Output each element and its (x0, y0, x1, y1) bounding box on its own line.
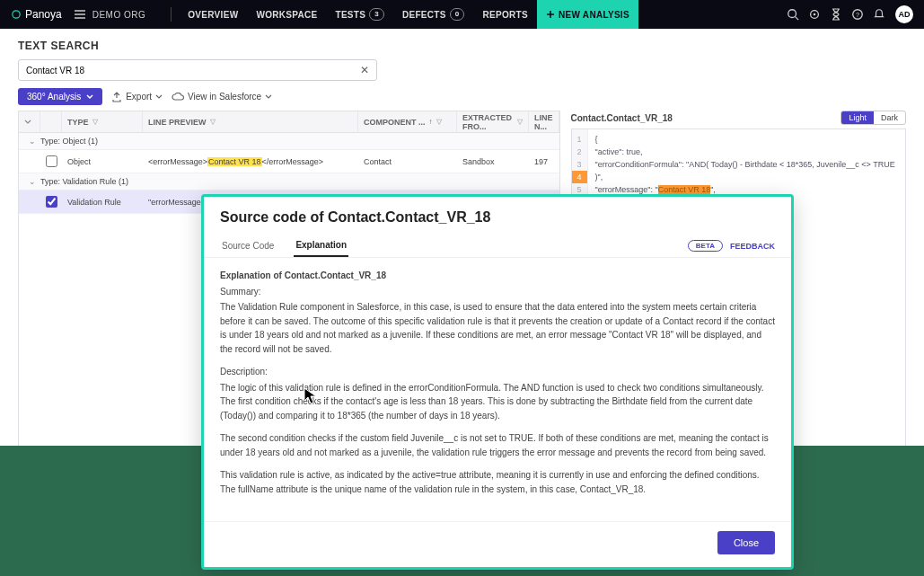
search-icon[interactable] (782, 4, 804, 25)
brand-logo[interactable]: Panoya (11, 8, 62, 21)
chevron-down-icon: ⌄ (24, 177, 40, 186)
description-p3: This validation rule is active, as indic… (220, 468, 775, 496)
description-p1: The logic of this validation rule is def… (220, 381, 775, 423)
avatar[interactable]: AD (895, 5, 913, 23)
cell-type: Validation Rule (62, 198, 143, 207)
gear-icon[interactable] (804, 4, 825, 25)
filter-icon[interactable]: ▽ (92, 118, 98, 126)
cell-component: Contact (358, 157, 457, 166)
explanation-heading: Explanation of Contact.Contact_VR_18 (220, 269, 775, 283)
expand-all-toggle[interactable] (19, 111, 40, 132)
toolbar: 360° Analysis Export View in Salesforce (0, 88, 924, 111)
group-row[interactable]: ⌄Type: Object (1) (19, 133, 559, 150)
beta-badge: BETA (688, 240, 723, 252)
summary-text: The Validation Rule component in Salesfo… (220, 300, 775, 356)
cell-linenum: 197 (529, 157, 559, 166)
theme-light-button[interactable]: Light (841, 111, 874, 124)
modal-title: Source code of Contact.Contact_VR_18 (204, 197, 791, 231)
nav-separator (171, 7, 172, 22)
close-button[interactable]: Close (717, 531, 775, 554)
svg-point-1 (788, 10, 796, 18)
source-code-modal: Source code of Contact.Contact_VR_18 Sou… (201, 194, 794, 570)
nav-defects[interactable]: DEFECTS0 (393, 0, 474, 29)
bell-icon[interactable] (868, 4, 890, 25)
chevron-down-icon (86, 93, 93, 101)
row-checkbox[interactable] (46, 155, 57, 167)
svg-point-3 (814, 13, 816, 16)
filter-icon[interactable]: ▽ (210, 118, 216, 126)
modal-body[interactable]: Explanation of Contact.Contact_VR_18 Sum… (204, 258, 791, 521)
modal-footer: Close (204, 521, 791, 567)
col-line-number[interactable]: LINE N... (529, 111, 559, 132)
export-icon (111, 92, 122, 102)
search-input[interactable] (26, 66, 360, 75)
page-title: TEXT SEARCH (0, 29, 924, 59)
code-title: Contact.Contact_VR_18 (571, 113, 673, 123)
view-in-salesforce-button[interactable]: View in Salesforce (172, 92, 272, 102)
chevron-down-icon: ⌄ (24, 137, 40, 146)
clear-search-icon[interactable]: ✕ (360, 64, 369, 76)
col-extracted[interactable]: EXTRACTED FRO...▽ (457, 111, 529, 132)
cloud-icon (172, 93, 184, 102)
summary-label: Summary: (220, 285, 775, 299)
chevron-down-icon (155, 93, 163, 101)
filter-icon[interactable]: ▽ (436, 118, 442, 126)
org-name[interactable]: DEMO ORG (92, 10, 146, 20)
description-p2: The second condition checks if the custo… (220, 431, 775, 459)
feedback-link[interactable]: FEEDBACK (730, 242, 775, 251)
nav-workspace[interactable]: WORKSPACE (247, 0, 326, 29)
col-preview[interactable]: LINE PREVIEW▽ (143, 111, 358, 132)
nav-reports[interactable]: REPORTS (473, 0, 536, 29)
nav-overview[interactable]: OVERVIEW (179, 0, 247, 29)
group-row[interactable]: ⌄Type: Validation Rule (1) (19, 173, 559, 191)
theme-toggle: Light Dark (840, 111, 906, 125)
cell-preview: <errorMessage>Contact VR 18</errorMessag… (143, 157, 358, 166)
filter-icon[interactable]: ▽ (517, 118, 523, 126)
row-checkbox[interactable] (46, 196, 57, 208)
tab-source-code[interactable]: Source Code (220, 235, 276, 256)
table-row[interactable]: Object <errorMessage>Contact VR 18</erro… (19, 150, 559, 173)
export-button[interactable]: Export (111, 92, 163, 102)
search-bar: ✕ (18, 59, 377, 81)
plus-icon (546, 10, 555, 19)
360-analysis-button[interactable]: 360° Analysis (18, 88, 102, 105)
sort-icon[interactable]: ↑ (429, 118, 433, 126)
chevron-down-icon (24, 119, 31, 126)
cell-extracted: Sandbox (457, 157, 529, 166)
col-component[interactable]: COMPONENT ...↑▽ (358, 111, 457, 132)
select-all-checkbox[interactable] (40, 111, 62, 132)
brand-text: Panoya (25, 8, 62, 21)
svg-text:?: ? (856, 12, 859, 18)
hourglass-icon[interactable] (825, 4, 847, 25)
col-type[interactable]: TYPE▽ (62, 111, 143, 132)
description-label: Description: (220, 365, 775, 379)
chevron-down-icon (265, 93, 272, 101)
table-header: TYPE▽ LINE PREVIEW▽ COMPONENT ...↑▽ EXTR… (19, 111, 559, 133)
hamburger-icon[interactable] (75, 10, 85, 19)
nav-tests[interactable]: TESTS3 (326, 0, 392, 29)
tab-explanation[interactable]: Explanation (294, 235, 348, 257)
theme-dark-button[interactable]: Dark (874, 111, 905, 124)
top-nav: Panoya DEMO ORG OVERVIEW WORKSPACE TESTS… (0, 0, 924, 29)
svg-point-0 (13, 11, 20, 18)
cell-type: Object (62, 157, 143, 166)
modal-tabs: Source Code Explanation BETA FEEDBACK (204, 231, 791, 258)
brand-icon (11, 9, 22, 20)
nav-new-analysis[interactable]: NEW ANALYSIS (537, 0, 638, 29)
help-icon[interactable]: ? (847, 4, 868, 25)
